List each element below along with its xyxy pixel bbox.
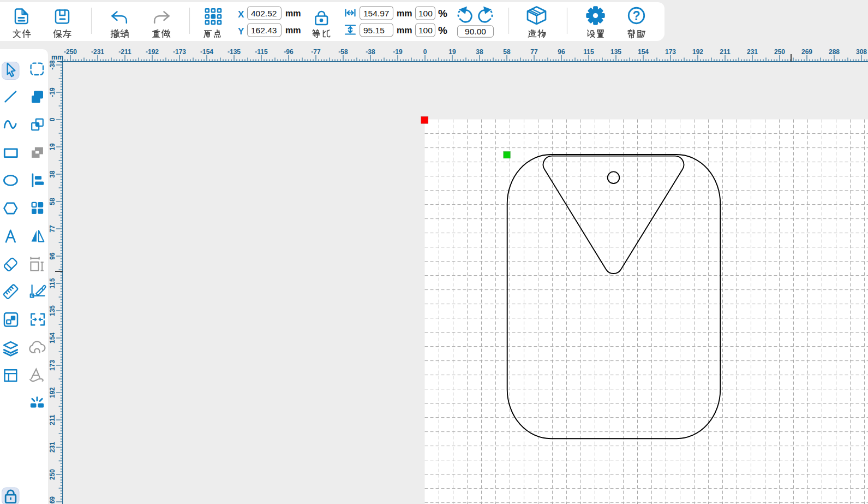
svg-text:-192: -192 [146,48,159,56]
svg-text:38: 38 [49,170,56,178]
svg-text:173: 173 [49,360,56,371]
svg-text:135: 135 [49,305,56,316]
svg-text:231: 231 [49,442,56,453]
svg-text:269: 269 [801,48,812,56]
svg-text:-38: -38 [366,48,375,56]
svg-text:19: 19 [448,48,456,56]
svg-text:mm: mm [285,26,301,35]
svg-text:269: 269 [49,496,56,504]
svg-text:-96: -96 [284,48,294,56]
svg-text:250: 250 [49,469,56,480]
svg-text:mm: mm [51,54,63,61]
svg-text:-58: -58 [338,48,348,56]
svg-text:%: % [438,25,447,36]
svg-text:?: ? [632,9,640,23]
svg-text:-38: -38 [49,60,56,70]
svg-text:154: 154 [638,48,649,56]
svg-text:154: 154 [49,333,56,343]
svg-text:211: 211 [720,48,731,56]
svg-text:58: 58 [503,48,511,56]
svg-text:90.00: 90.00 [465,27,486,36]
svg-text:0: 0 [423,48,427,56]
svg-text:0: 0 [49,117,56,121]
svg-text:250: 250 [774,48,785,56]
svg-text:-19: -19 [393,48,403,56]
svg-text:96: 96 [558,48,565,56]
svg-text:-115: -115 [255,48,268,56]
svg-text:192: 192 [692,48,703,56]
svg-text:-135: -135 [228,48,241,56]
svg-text:162.43: 162.43 [251,26,277,35]
svg-text:-211: -211 [118,48,131,56]
svg-text:58: 58 [49,198,56,205]
svg-text:19: 19 [49,143,56,151]
svg-text:-250: -250 [64,48,77,56]
svg-text:%: % [438,8,447,19]
svg-text:308: 308 [856,48,867,56]
svg-text:-231: -231 [91,48,104,56]
svg-text:-154: -154 [200,48,213,56]
svg-text:288: 288 [829,48,840,56]
svg-text:192: 192 [49,387,56,398]
svg-text:mm: mm [397,9,412,18]
svg-text:X: X [238,9,244,20]
svg-text:100: 100 [418,26,433,35]
svg-text:Y: Y [238,26,244,37]
svg-text:mm: mm [397,26,412,35]
svg-text:402.52: 402.52 [251,9,277,18]
svg-text:135: 135 [610,48,621,56]
svg-text:115: 115 [49,278,56,289]
svg-text:115: 115 [583,48,594,56]
svg-text:38: 38 [476,48,483,56]
svg-text:211: 211 [49,414,56,425]
svg-text:-77: -77 [311,48,321,56]
svg-text:mm: mm [285,9,301,18]
svg-text:-173: -173 [173,48,186,56]
svg-text:154.97: 154.97 [363,9,389,18]
svg-text:95.15: 95.15 [363,26,385,35]
svg-text:77: 77 [49,225,56,233]
svg-text:100: 100 [418,9,433,18]
svg-text:77: 77 [530,48,538,56]
svg-text:231: 231 [747,48,758,56]
svg-text:173: 173 [665,48,676,56]
svg-text:96: 96 [49,252,56,260]
svg-text:-19: -19 [49,87,56,97]
